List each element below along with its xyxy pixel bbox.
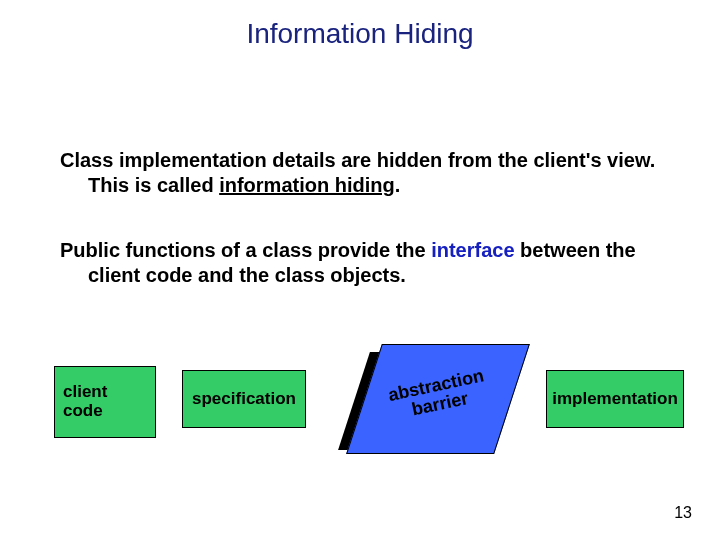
paragraph-1: Class implementation details are hidden … [60, 148, 680, 198]
box-spec-label: specification [192, 390, 296, 409]
box-client-code: clientcode [54, 366, 156, 438]
para2-term: interface [431, 239, 514, 261]
page-number: 13 [674, 504, 692, 522]
box-client-label: clientcode [63, 383, 107, 420]
paragraph-2: Public functions of a class provide the … [60, 238, 680, 288]
box-impl-label: implementation [552, 390, 678, 409]
para1-term: information hiding [219, 174, 395, 196]
diagram: clientcode specification abstractionbarr… [54, 348, 674, 468]
box-implementation: implementation [546, 370, 684, 428]
para2-text-a: Public functions of a class provide the [60, 239, 431, 261]
box-specification: specification [182, 370, 306, 428]
slide-title: Information Hiding [0, 18, 720, 50]
para1-text-c: . [395, 174, 401, 196]
